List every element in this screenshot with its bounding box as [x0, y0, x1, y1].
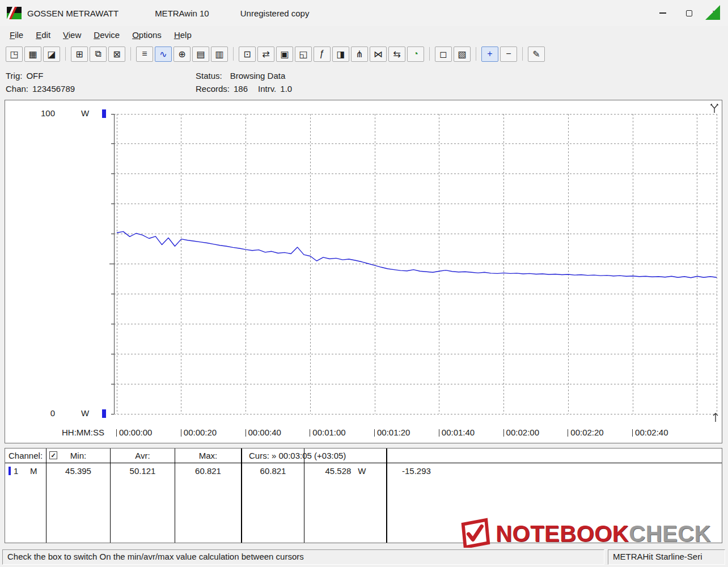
channel-split-button[interactable]: ⋔ — [351, 46, 368, 62]
file-open-icon: ◳ — [10, 49, 18, 60]
file-open-button[interactable]: ◳ — [6, 46, 23, 62]
trigger-status: Trig:OFF — [6, 69, 75, 82]
device-read-button[interactable]: ⇄ — [257, 46, 274, 62]
avr-value-cell: 50.121 — [111, 466, 175, 476]
interval-label: Intrv. — [258, 84, 276, 94]
chan-label: Chan: — [6, 84, 28, 94]
cursor-column-header: Curs: » 00:03:05 (+03:05) — [249, 451, 346, 460]
data-table-button[interactable]: ▤ — [192, 46, 209, 62]
status-value: Browsing Data — [230, 71, 286, 81]
channel-status: Chan:123456789 — [6, 82, 75, 95]
channel-mode-cell: M — [30, 466, 37, 476]
y-min-cursor-handle[interactable] — [102, 409, 106, 418]
device-monitor-icon: ◱ — [299, 49, 307, 60]
device-memory-button[interactable]: ▣ — [276, 46, 293, 62]
toolbar-separator — [522, 47, 523, 61]
xy-chart-button[interactable]: ⊕ — [173, 46, 191, 62]
annotation-icon: ✎ — [532, 49, 540, 60]
gossen-metrawatt-logo-icon — [7, 7, 22, 19]
x-tick-label: 00:01:20 — [374, 428, 410, 437]
titlebar: GOSSEN METRAWATT METRAwin 10 Unregistere… — [0, 0, 728, 26]
records-label: Records: — [196, 84, 230, 94]
max-column-header: Max: — [175, 451, 241, 460]
data-transfer-icon: ⇆ — [393, 49, 400, 60]
file-save-icon: ▦ — [28, 49, 37, 60]
channel-merge-button[interactable]: ⋈ — [370, 46, 387, 62]
x-tick-mark — [632, 429, 633, 437]
numeric-display-icon: ≡ — [142, 49, 147, 59]
y-axis-unit-top: W — [81, 108, 89, 118]
x-tick-label: 00:00:20 — [181, 428, 217, 437]
cursor1-value-cell: 60.821 — [242, 466, 304, 476]
toolbar-separator — [65, 47, 66, 61]
maximize-icon — [686, 10, 692, 16]
zoom-in-button[interactable]: + — [481, 46, 498, 62]
folder-open-button[interactable]: ◪ — [43, 46, 60, 62]
menu-device[interactable]: Device — [87, 28, 126, 42]
device-read-icon: ⇄ — [262, 49, 269, 60]
toolbar-separator — [233, 47, 234, 61]
x-tick-mark — [568, 429, 568, 437]
device-settings-button[interactable]: ⊡ — [239, 46, 256, 62]
records-value: 186 — [234, 84, 248, 94]
histogram-button[interactable]: ▥ — [211, 46, 228, 62]
cursor2-value: 45.528 — [325, 466, 351, 476]
window-close-button[interactable]: ⊠ — [108, 46, 125, 62]
window-close-icon: ⊠ — [113, 49, 120, 60]
device-store-icon: ◨ — [336, 49, 345, 60]
zoom-out-button[interactable]: − — [500, 46, 517, 62]
x-tick-label: 00:02:40 — [632, 428, 668, 437]
interval-value: 1.0 — [280, 84, 292, 94]
annotation-button[interactable]: ✎ — [528, 46, 545, 62]
device-settings-icon: ⊡ — [243, 49, 251, 60]
print-button[interactable]: ▧ — [454, 46, 471, 62]
trend-chart-icon: ∿ — [159, 49, 167, 60]
menu-edit[interactable]: Edit — [29, 28, 57, 42]
file-save-button[interactable]: ▦ — [24, 46, 41, 62]
trend-chart-button[interactable]: ∿ — [155, 46, 172, 62]
y-max-cursor-handle[interactable] — [102, 109, 106, 118]
trend-plot-area[interactable] — [109, 114, 719, 415]
timer-button[interactable]: ◔ — [407, 46, 424, 62]
status-bar: Check the box to switch On the min/avr/m… — [0, 548, 728, 567]
minimize-button[interactable] — [650, 0, 676, 26]
x-tick-label: 00:01:40 — [439, 428, 475, 437]
x-tick-label: 00:02:20 — [568, 428, 603, 437]
menu-help[interactable]: Help — [168, 28, 198, 42]
x-tick-mark — [374, 429, 375, 437]
minimize-icon — [659, 12, 666, 14]
x-tick-label: 00:02:00 — [503, 428, 539, 437]
cursor2-x-handle-icon[interactable] — [711, 412, 720, 425]
info-right-column: Status:Browsing Data Records:186Intrv.1.… — [196, 69, 292, 95]
window-new-button[interactable]: ⊞ — [71, 46, 88, 62]
window-cascade-icon: ⧉ — [95, 49, 101, 59]
channel-number-cell: 1 — [14, 466, 18, 476]
cursor2-y-handle-icon[interactable] — [709, 103, 719, 115]
window-cascade-button[interactable]: ⧉ — [90, 46, 107, 62]
x-axis-format-label: HH:MM:SS — [62, 428, 112, 437]
maximize-button[interactable] — [676, 0, 702, 26]
toolbar: ◳▦◪⊞⧉⊠≡∿⊕▤▥⊡⇄▣◱ƒ◨⋔⋈⇆◔◻▧+−✎ — [0, 43, 728, 65]
notebookcheck-logo-icon — [458, 517, 491, 550]
data-transfer-button[interactable]: ⇆ — [388, 46, 405, 62]
device-monitor-button[interactable]: ◱ — [295, 46, 312, 62]
print-preview-button[interactable]: ◻ — [435, 46, 452, 62]
info-bar: Trig:OFF Chan:123456789 Status:Browsing … — [0, 65, 728, 99]
trig-label: Trig: — [6, 71, 22, 81]
device-store-button[interactable]: ◨ — [332, 46, 349, 62]
function-button[interactable]: ƒ — [314, 46, 331, 62]
x-tick-mark — [310, 429, 310, 437]
menu-file[interactable]: File — [3, 28, 29, 42]
x-tick-mark — [116, 429, 117, 437]
menu-options[interactable]: Options — [126, 28, 168, 42]
folder-open-icon: ◪ — [47, 49, 56, 60]
menu-bar: FileEditViewDeviceOptionsHelp — [0, 26, 728, 43]
zoom-in-icon: + — [487, 49, 492, 59]
status-hint: Check the box to switch On the min/avr/m… — [2, 549, 604, 565]
x-tick-mark — [181, 429, 181, 437]
max-value-cell: 60.821 — [175, 466, 241, 476]
menu-view[interactable]: View — [57, 28, 87, 42]
channel-column-header: Channel: — [9, 451, 43, 460]
status-label: Status: — [196, 71, 222, 81]
numeric-display-button[interactable]: ≡ — [136, 46, 153, 62]
